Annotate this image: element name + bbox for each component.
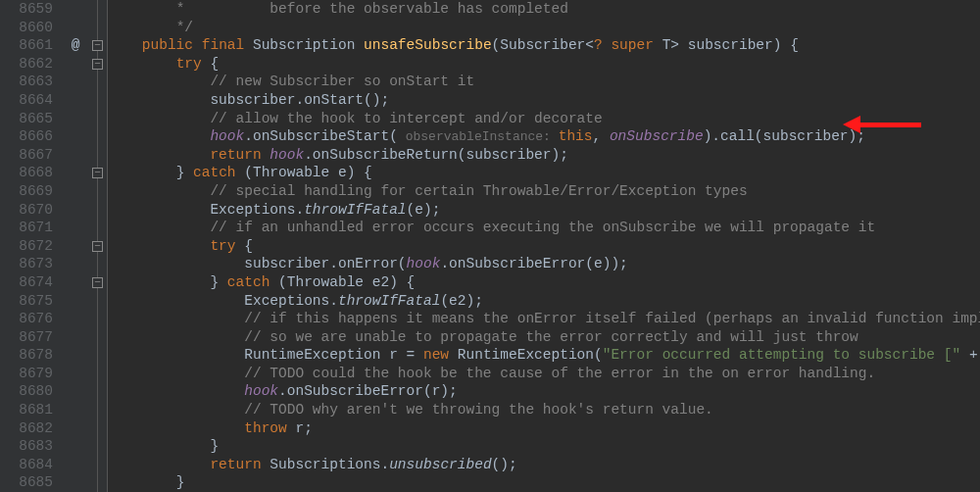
- code-token: (e);: [407, 202, 441, 218]
- code-line[interactable]: // new Subscriber so onStart it: [108, 73, 980, 91]
- code-token: try: [176, 56, 211, 72]
- code-line[interactable]: // if an unhandled error occurs executin…: [108, 219, 980, 237]
- line-number[interactable]: 8679: [0, 365, 63, 383]
- code-line[interactable]: // special handling for certain Throwabl…: [108, 182, 980, 201]
- line-number[interactable]: 8675: [0, 292, 63, 311]
- line-number[interactable]: 8666: [0, 127, 63, 146]
- code-line[interactable]: Exceptions.throwIfFatal(e2);: [108, 292, 980, 311]
- code-token: subscriber.onError(: [244, 256, 406, 271]
- code-token: (Throwable e2) {: [278, 274, 415, 290]
- code-token: Subscriptions.: [270, 457, 389, 472]
- code-token: Subscription: [253, 37, 364, 53]
- code-token: // special handling for certain Throwabl…: [210, 183, 747, 199]
- code-token: public final: [142, 37, 253, 53]
- code-token: .onSubscribeReturn(subscriber);: [304, 147, 568, 163]
- code-token: (Subscriber<: [492, 37, 594, 53]
- line-number[interactable]: 8684: [0, 456, 63, 474]
- code-token: new: [423, 347, 458, 363]
- code-line[interactable]: // if this happens it means the onError …: [108, 310, 980, 328]
- code-line[interactable]: public final Subscription unsafeSubscrib…: [108, 36, 980, 55]
- code-token: .onSubscribeError(e));: [440, 256, 627, 271]
- line-number[interactable]: 8668: [0, 164, 63, 182]
- override-annotation-icon[interactable]: @: [63, 36, 88, 55]
- line-number[interactable]: 8662: [0, 55, 63, 74]
- line-number[interactable]: 8677: [0, 328, 63, 347]
- code-token: ();: [492, 457, 517, 472]
- code-token: throw: [244, 420, 295, 436]
- code-line[interactable]: try {: [108, 237, 980, 256]
- line-number[interactable]: 8660: [0, 19, 63, 37]
- line-number[interactable]: 8667: [0, 146, 63, 165]
- code-token: hook: [244, 383, 278, 399]
- line-number[interactable]: 8676: [0, 310, 63, 328]
- fold-toggle-icon[interactable]: −: [92, 277, 103, 288]
- code-line[interactable]: * before the observable has completed: [108, 0, 980, 19]
- line-number[interactable]: 8665: [0, 110, 63, 128]
- line-number[interactable]: 8672: [0, 237, 63, 256]
- code-token: onSubscribe: [610, 128, 704, 144]
- code-token: RuntimeException r =: [244, 347, 423, 363]
- code-token: return: [210, 147, 270, 163]
- code-token: ? super: [594, 37, 662, 53]
- code-token: throwIfFatal: [304, 202, 406, 218]
- line-number[interactable]: 8669: [0, 182, 63, 201]
- code-token: {: [210, 56, 219, 72]
- line-number[interactable]: 8685: [0, 473, 63, 492]
- line-number[interactable]: 8682: [0, 419, 63, 438]
- code-token: (e2);: [440, 293, 483, 309]
- code-line[interactable]: Exceptions.throwIfFatal(e);: [108, 201, 980, 220]
- code-line[interactable]: } catch (Throwable e) {: [108, 164, 980, 182]
- code-line[interactable]: }: [108, 437, 980, 456]
- code-token: }: [210, 438, 219, 454]
- code-token: }: [176, 165, 193, 180]
- line-number[interactable]: 8678: [0, 346, 63, 365]
- line-number[interactable]: 8670: [0, 201, 63, 220]
- code-token: try: [210, 238, 244, 254]
- line-number[interactable]: 8683: [0, 437, 63, 456]
- line-number[interactable]: 8664: [0, 91, 63, 110]
- code-line[interactable]: hook.onSubscribeError(r);: [108, 382, 980, 401]
- code-token: catch: [193, 165, 244, 180]
- annotation-column: @: [63, 0, 88, 492]
- line-number[interactable]: 8671: [0, 219, 63, 237]
- fold-toggle-icon[interactable]: −: [92, 40, 103, 51]
- code-editor-content[interactable]: * before the observable has completed */…: [108, 0, 980, 492]
- code-line[interactable]: return hook.onSubscribeReturn(subscriber…: [108, 146, 980, 165]
- code-line[interactable]: subscriber.onError(hook.onSubscribeError…: [108, 255, 980, 273]
- code-token: .onSubscribeStart(: [244, 128, 398, 144]
- code-line[interactable]: try {: [108, 55, 980, 74]
- code-line[interactable]: // TODO could the hook be the cause of t…: [108, 365, 980, 383]
- code-line[interactable]: // TODO why aren't we throwing the hook'…: [108, 401, 980, 419]
- code-line[interactable]: }: [108, 473, 980, 492]
- line-number[interactable]: 8681: [0, 401, 63, 419]
- code-token: return: [210, 457, 270, 472]
- code-line[interactable]: */: [108, 19, 980, 37]
- fold-toggle-icon[interactable]: −: [92, 168, 103, 178]
- code-token: "Error occurred attempting to subscribe …: [603, 347, 960, 363]
- code-line[interactable]: return Subscriptions.unsubscribed();: [108, 456, 980, 474]
- code-token: // allow the hook to intercept and/or de…: [210, 111, 602, 126]
- code-token: hook: [270, 147, 304, 163]
- code-token: // new Subscriber so onStart it: [210, 74, 474, 89]
- line-number[interactable]: 8680: [0, 382, 63, 401]
- code-token: hook: [210, 128, 244, 144]
- code-line[interactable]: } catch (Throwable e2) {: [108, 273, 980, 292]
- line-number[interactable]: 8663: [0, 73, 63, 91]
- fold-toggle-icon[interactable]: −: [92, 241, 103, 252]
- code-token: // so we are unable to propagate the err…: [244, 329, 858, 345]
- code-token: subscriber.onStart();: [210, 92, 389, 108]
- line-number[interactable]: 8673: [0, 255, 63, 273]
- code-token: ,: [593, 128, 610, 144]
- code-token: {: [244, 238, 253, 254]
- line-number[interactable]: 8661: [0, 36, 63, 55]
- line-number[interactable]: 8659: [0, 0, 63, 19]
- code-line[interactable]: // so we are unable to propagate the err…: [108, 328, 980, 347]
- line-number[interactable]: 8674: [0, 273, 63, 292]
- fold-toggle-icon[interactable]: −: [92, 59, 103, 70]
- code-line[interactable]: RuntimeException r = new RuntimeExceptio…: [108, 346, 980, 365]
- code-token: // if this happens it means the onError …: [244, 311, 980, 326]
- code-token: unsafeSubscribe: [364, 37, 492, 53]
- code-line[interactable]: subscriber.onStart();: [108, 91, 980, 110]
- code-token: }: [176, 474, 185, 490]
- code-line[interactable]: throw r;: [108, 419, 980, 438]
